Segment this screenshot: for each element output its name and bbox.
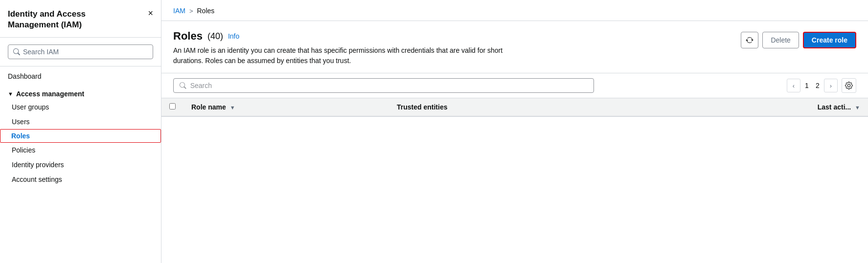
pagination-next-button[interactable]: › (824, 79, 838, 92)
sidebar-item-identity-providers[interactable]: Identity providers (0, 157, 161, 172)
last-activity-sort-icon: ▼ (855, 105, 860, 110)
select-all-checkbox[interactable] (169, 103, 176, 110)
sidebar-search-box[interactable] (8, 44, 153, 59)
title-row: Roles (40) Info (173, 30, 741, 43)
sidebar-section-access-management[interactable]: ▼ Access management (0, 84, 161, 100)
gear-icon (845, 82, 853, 89)
sidebar-item-user-groups[interactable]: User groups (0, 100, 161, 114)
th-last-activity[interactable]: Last acti... ▼ (780, 98, 868, 116)
pagination-page-2[interactable]: 2 (813, 82, 822, 89)
th-trusted-entities: Trusted entities (389, 98, 780, 116)
refresh-icon (746, 36, 754, 44)
table-search-input[interactable] (190, 82, 588, 89)
breadcrumb-current: Roles (197, 7, 214, 15)
page-title: Roles (173, 30, 203, 43)
sidebar-item-account-settings[interactable]: Account settings (0, 172, 161, 187)
search-input[interactable] (23, 48, 148, 56)
table-area: Role name ▼ Trusted entities Last acti..… (161, 98, 868, 263)
page-description: An IAM role is an identity you can creat… (173, 45, 525, 66)
pagination-settings-button[interactable] (842, 78, 856, 93)
pagination-prev-button[interactable]: ‹ (787, 79, 800, 92)
page-header-left: Roles (40) Info An IAM role is an identi… (173, 30, 741, 66)
search-icon (13, 48, 20, 55)
sidebar-nav: Dashboard ▼ Access management User group… (0, 66, 161, 189)
table-header-row: Role name ▼ Trusted entities Last acti..… (161, 98, 868, 116)
chevron-down-icon: ▼ (8, 91, 13, 97)
table-search-icon (180, 82, 186, 89)
role-name-sort-icon: ▼ (230, 105, 235, 110)
table-toolbar: ‹ 1 2 › (161, 73, 868, 98)
refresh-button[interactable] (741, 32, 758, 48)
sidebar-search-container (0, 38, 161, 66)
sidebar-header: Identity and Access Management (IAM) × (0, 0, 161, 38)
breadcrumb: IAM > Roles (161, 0, 868, 21)
sidebar-title: Identity and Access Management (IAM) (8, 9, 86, 30)
page-header-actions: Delete Create role (741, 32, 856, 48)
sidebar-item-policies[interactable]: Policies (0, 143, 161, 157)
main-content: IAM > Roles Roles (40) Info An IAM role … (161, 0, 868, 263)
sidebar-close-button[interactable]: × (148, 9, 153, 18)
sidebar-item-users[interactable]: Users (0, 114, 161, 129)
roles-count: (40) (207, 31, 223, 42)
breadcrumb-iam-link[interactable]: IAM (173, 7, 185, 15)
th-checkbox (161, 98, 183, 116)
breadcrumb-separator: > (189, 7, 193, 15)
delete-button[interactable]: Delete (762, 32, 799, 48)
table-pagination: ‹ 1 2 › (787, 78, 856, 93)
th-role-name[interactable]: Role name ▼ (183, 98, 389, 116)
sidebar: Identity and Access Management (IAM) × D… (0, 0, 161, 263)
sidebar-item-roles[interactable]: Roles (0, 129, 161, 143)
table-search-wrap[interactable] (173, 78, 594, 93)
pagination-page-1[interactable]: 1 (802, 82, 811, 89)
page-header: Roles (40) Info An IAM role is an identi… (161, 21, 868, 73)
roles-table: Role name ▼ Trusted entities Last acti..… (161, 98, 868, 117)
create-role-button[interactable]: Create role (803, 32, 856, 48)
sidebar-item-dashboard[interactable]: Dashboard (0, 68, 161, 84)
info-link[interactable]: Info (228, 32, 239, 40)
access-management-label: Access management (16, 90, 84, 98)
